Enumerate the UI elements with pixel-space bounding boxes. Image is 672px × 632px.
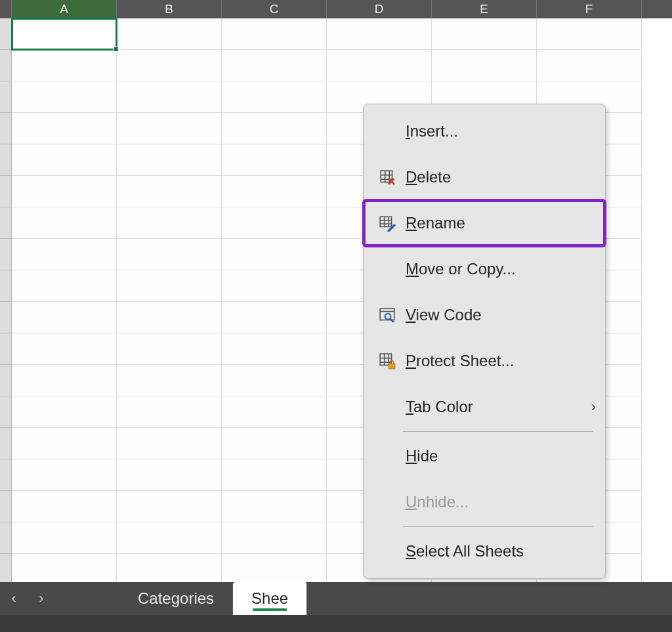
column-header-D[interactable]: D [327,0,432,18]
menu-item-tabcolor[interactable]: Tab Color› [364,384,605,430]
cell[interactable] [117,333,222,365]
row-header[interactable] [0,365,12,396]
cell[interactable] [12,459,117,491]
row-header[interactable] [0,239,12,270]
cell[interactable] [222,396,327,428]
cell[interactable] [12,270,117,302]
cell[interactable] [117,459,222,491]
row-header[interactable] [0,302,12,333]
cell[interactable] [222,81,327,113]
sheet-tab-categories[interactable]: Categories [119,582,233,615]
cell[interactable] [327,50,432,81]
cell[interactable] [12,491,117,522]
cell[interactable] [12,113,117,144]
cell[interactable] [327,18,432,50]
cell[interactable] [117,239,222,270]
row-header[interactable] [0,270,12,302]
menu-item-insert[interactable]: Insert... [364,108,605,154]
column-header-F[interactable]: F [537,0,642,18]
cell[interactable] [222,459,327,491]
row-header[interactable] [0,144,12,176]
cell[interactable] [432,18,537,50]
cell[interactable] [222,270,327,302]
menu-item-delete[interactable]: Delete [364,154,605,200]
menu-item-hide[interactable]: Hide [364,433,605,479]
cell[interactable] [117,554,222,585]
sheet-nav-next[interactable]: › [28,582,55,615]
cell[interactable] [12,144,117,176]
menu-item-label: Protect Sheet... [406,352,596,370]
cell[interactable] [222,18,327,50]
cell[interactable] [117,81,222,113]
row-header[interactable] [0,459,12,491]
cell[interactable] [222,50,327,81]
row-header[interactable] [0,522,12,554]
cell[interactable] [117,144,222,176]
cell[interactable] [12,365,117,396]
cell[interactable] [12,176,117,207]
cell[interactable] [12,81,117,113]
cell[interactable] [222,302,327,333]
menu-item-viewcode[interactable]: View Code [364,292,605,338]
column-header-E[interactable]: E [432,0,537,18]
cell[interactable] [12,428,117,459]
cell[interactable] [222,522,327,554]
cell[interactable] [537,18,642,50]
cell[interactable] [117,365,222,396]
row-header[interactable] [0,113,12,144]
cell[interactable] [222,207,327,239]
sheet-nav-prev[interactable]: ‹ [0,582,28,615]
cell[interactable] [117,207,222,239]
row-header[interactable] [0,396,12,428]
column-header-C[interactable]: C [222,0,327,18]
row-header[interactable] [0,81,12,113]
cell[interactable] [432,50,537,81]
cell[interactable] [12,50,117,81]
cell[interactable] [222,428,327,459]
cell[interactable] [12,396,117,428]
cell[interactable] [222,365,327,396]
row-header[interactable] [0,333,12,365]
cell[interactable] [117,176,222,207]
column-header-B[interactable]: B [117,0,222,18]
column-header-A[interactable]: A [12,0,117,18]
cell[interactable] [12,207,117,239]
cell[interactable] [117,428,222,459]
row-header[interactable] [0,18,12,50]
row-header[interactable] [0,491,12,522]
menu-item-move[interactable]: Move or Copy... [364,246,605,292]
row-header[interactable] [0,207,12,239]
cell[interactable] [222,144,327,176]
cell[interactable] [117,113,222,144]
cell[interactable] [222,491,327,522]
cell[interactable] [117,50,222,81]
row-header[interactable] [0,176,12,207]
row-header[interactable] [0,554,12,585]
cell[interactable] [12,333,117,365]
select-all-corner[interactable] [0,0,12,18]
cell[interactable] [117,270,222,302]
menu-item-selectall[interactable]: Select All Sheets [364,528,605,574]
cell[interactable] [117,491,222,522]
menu-item-protect[interactable]: Protect Sheet... [364,338,605,384]
menu-item-rename[interactable]: Rename [364,200,605,246]
cell[interactable] [117,396,222,428]
row-header[interactable] [0,50,12,81]
cell[interactable] [537,50,642,81]
cell[interactable] [12,239,117,270]
cell[interactable] [117,302,222,333]
cell[interactable] [222,333,327,365]
cell[interactable] [222,113,327,144]
cell[interactable] [222,239,327,270]
cell[interactable] [222,176,327,207]
cell[interactable] [117,522,222,554]
fill-handle[interactable] [114,47,119,52]
cell[interactable] [12,302,117,333]
cell[interactable] [222,554,327,585]
row-header[interactable] [0,428,12,459]
sheet-tab-shee[interactable]: Shee [233,582,307,615]
cell[interactable] [12,522,117,554]
cell[interactable] [12,18,117,50]
cell[interactable] [12,554,117,585]
cell[interactable] [117,18,222,50]
